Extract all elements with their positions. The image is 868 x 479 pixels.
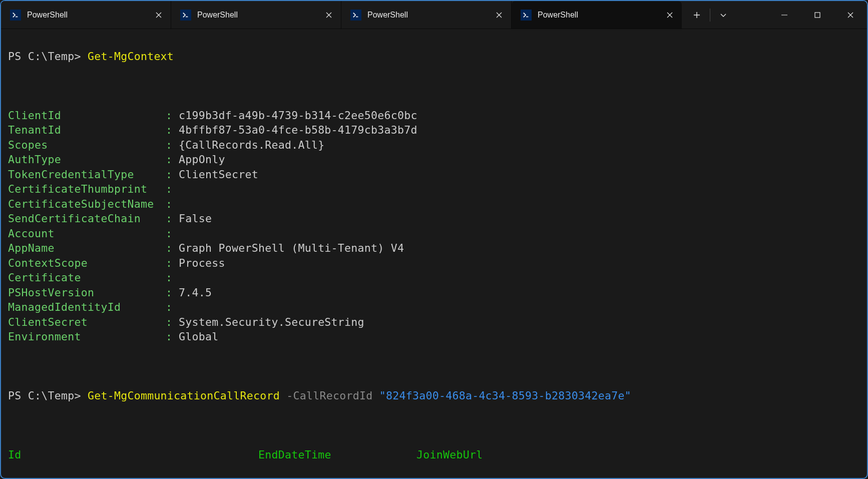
property-value: ClientSecret [179,167,258,182]
command-line-2: PS C:\Temp> Get-MgCommunicationCallRecor… [8,388,860,403]
titlebar-actions [682,1,734,29]
property-key: ClientSecret [8,315,166,330]
tab-title: PowerShell [197,11,322,20]
property-row: Certificate: [8,270,860,285]
property-colon: : [166,108,179,123]
property-colon: : [166,315,179,330]
new-tab-button[interactable] [686,4,708,26]
tab-close-button[interactable] [663,8,677,22]
property-row: AuthType:AppOnly [8,152,860,167]
property-key: ClientId [8,108,166,123]
property-key: PSHostVersion [8,285,166,300]
property-colon: : [166,152,179,167]
property-key: TenantId [8,123,166,138]
window-controls [768,1,867,29]
property-row: TenantId:4bffbf87-53a0-4fce-b58b-4179cb3… [8,123,860,138]
powershell-icon [180,10,191,21]
tab-dropdown-button[interactable] [712,4,734,26]
property-key: CertificateThumbprint [8,182,166,197]
property-value: Process [179,256,225,271]
minimize-button[interactable] [768,1,801,29]
prompt: PS C:\Temp> [8,389,88,402]
property-row: CertificateSubjectName: [8,197,860,212]
tab-2[interactable]: PowerShell [171,1,341,29]
powershell-icon [521,10,532,21]
property-key: Environment [8,329,166,344]
prompt: PS C:\Temp> [8,50,88,63]
tab-title: PowerShell [538,11,663,20]
property-key: SendCertificateChain [8,211,166,226]
tab-close-button[interactable] [152,8,166,22]
property-colon: : [166,270,179,285]
command-line-1: PS C:\Temp> Get-MgContext [8,49,860,64]
property-key: ManagedIdentityId [8,300,166,315]
property-row: ContextScope:Process [8,256,860,271]
property-colon: : [166,285,179,300]
property-colon: : [166,256,179,271]
property-value: 7.4.5 [179,285,212,300]
property-row: ManagedIdentityId: [8,300,860,315]
property-row: SendCertificateChain:False [8,211,860,226]
property-colon: : [166,167,179,182]
powershell-icon [10,10,21,21]
property-colon: : [166,329,179,344]
property-value: False [179,211,212,226]
property-key: Scopes [8,138,166,153]
property-value: Graph PowerShell (Multi-Tenant) V4 [179,241,404,256]
command-argument: "824f3a00-468a-4c34-8593-b2830342ea7e" [379,389,631,402]
property-value: {CallRecords.Read.All} [179,138,324,153]
property-key: CertificateSubjectName [8,197,166,212]
property-row: TokenCredentialType:ClientSecret [8,167,860,182]
powershell-icon [350,10,361,21]
table-divider-row: ----------------------- [8,477,860,479]
terminal-output[interactable]: PS C:\Temp> Get-MgContext ClientId:c199b… [1,29,867,479]
tab-close-button[interactable] [322,8,336,22]
property-key: TokenCredentialType [8,167,166,182]
column-header-enddatetime: EndDateTime [258,447,416,462]
property-value: 4bffbf87-53a0-4fce-b58b-4179cb3a3b7d [179,123,417,138]
divider [710,9,710,22]
property-key: AuthType [8,152,166,167]
property-colon: : [166,300,179,315]
column-header-joinweburl: JoinWebUrl [416,447,483,462]
property-colon: : [166,197,179,212]
property-row: AppName:Graph PowerShell (Multi-Tenant) … [8,241,860,256]
tab-3[interactable]: PowerShell [341,1,512,29]
property-colon: : [166,211,179,226]
command-parameter: -CallRecordId [286,389,372,402]
property-value: c199b3df-a49b-4739-b314-c2ee50e6c0bc [179,108,417,123]
property-key: AppName [8,241,166,256]
maximize-button[interactable] [801,1,834,29]
property-row: Environment:Global [8,329,860,344]
property-row: Scopes:{CallRecords.Read.All} [8,138,860,153]
tab-close-button[interactable] [492,8,506,22]
property-row: PSHostVersion:7.4.5 [8,285,860,300]
svg-rect-0 [815,13,820,18]
property-key: Account [8,226,166,241]
property-colon: : [166,123,179,138]
property-row: ClientSecret:System.Security.SecureStrin… [8,315,860,330]
tab-4[interactable]: PowerShell [512,1,682,29]
command-name: Get-MgContext [88,50,174,63]
property-value: Global [179,329,218,344]
tab-title: PowerShell [367,11,492,20]
titlebar: PowerShellPowerShellPowerShellPowerShell [1,1,867,29]
property-key: Certificate [8,270,166,285]
property-colon: : [166,182,179,197]
close-button[interactable] [834,1,867,29]
column-header-id: Id [8,447,258,462]
property-row: CertificateThumbprint: [8,182,860,197]
property-value: AppOnly [179,152,225,167]
tab-title: PowerShell [27,11,152,20]
property-colon: : [166,241,179,256]
property-colon: : [166,138,179,153]
tab-1[interactable]: PowerShell [1,1,171,29]
property-colon: : [166,226,179,241]
property-value: System.Security.SecureString [179,315,364,330]
property-row: ClientId:c199b3df-a49b-4739-b314-c2ee50e… [8,108,860,123]
property-row: Account: [8,226,860,241]
command-name: Get-MgCommunicationCallRecord [88,389,280,402]
property-key: ContextScope [8,256,166,271]
table-header-row: IdEndDateTimeJoinWebUrl [8,447,860,462]
